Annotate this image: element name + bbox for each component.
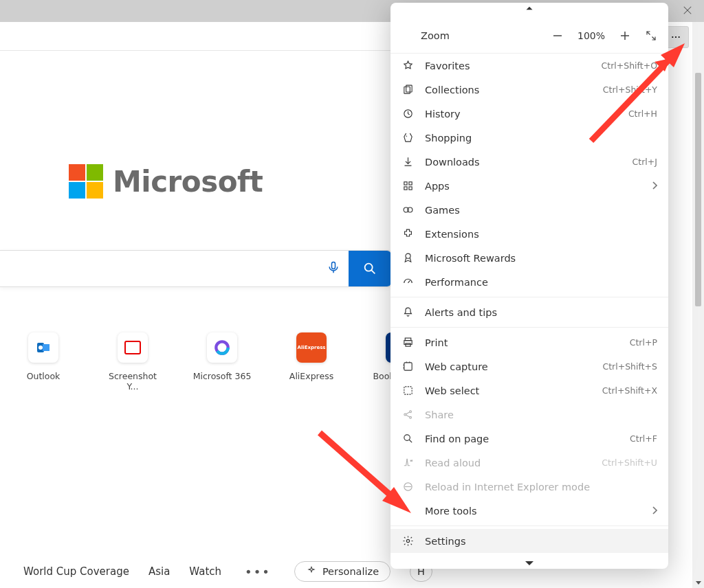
mic-icon[interactable] xyxy=(327,259,340,278)
print-icon xyxy=(402,337,414,348)
svg-marker-5 xyxy=(696,581,701,585)
svg-marker-15 xyxy=(527,7,533,10)
svg-point-32 xyxy=(405,253,410,258)
svg-line-43 xyxy=(406,415,409,417)
zoom-label: Zoom xyxy=(421,30,551,41)
menu-scroll-up-icon[interactable] xyxy=(522,6,536,10)
fullscreen-button[interactable] xyxy=(645,30,657,42)
svg-point-2 xyxy=(672,36,673,38)
svg-point-46 xyxy=(410,460,411,461)
favorites-icon xyxy=(402,60,414,71)
ie-icon xyxy=(402,481,414,493)
menu-item-shortcut: Ctrl+H xyxy=(628,109,657,119)
quick-links-row: OutlookScreenshot Y...Microsoft 365AliEx… xyxy=(12,332,432,392)
zoom-in-button[interactable] xyxy=(619,30,631,42)
menu-item-alerts-and-tips[interactable]: Alerts and tips xyxy=(390,300,668,324)
menu-item-extensions[interactable]: Extensions xyxy=(390,222,668,246)
menu-item-microsoft-rewards[interactable]: Microsoft Rewards xyxy=(390,246,668,270)
menu-scroll-down-icon[interactable] xyxy=(522,561,536,566)
shopping-icon xyxy=(402,132,414,144)
svg-line-42 xyxy=(406,412,409,414)
settings-menu: Zoom 100% FavoritesCtrl+Shift+OCollectio… xyxy=(390,3,668,569)
menu-item-label: Web select xyxy=(425,385,591,396)
svg-point-48 xyxy=(406,539,409,542)
search-bar[interactable] xyxy=(0,250,392,287)
menu-item-label: Games xyxy=(425,205,657,216)
svg-rect-36 xyxy=(405,343,410,346)
news-link[interactable]: World Cup Coverage xyxy=(23,565,129,578)
quick-link-label: Outlook xyxy=(12,371,74,381)
history-icon xyxy=(402,108,414,120)
menu-item-performance[interactable]: Performance xyxy=(390,270,668,294)
svg-rect-38 xyxy=(404,387,411,394)
menu-item-label: Shopping xyxy=(425,133,657,144)
svg-marker-53 xyxy=(525,561,534,565)
svg-rect-37 xyxy=(404,363,411,370)
share-icon xyxy=(402,409,414,420)
performance-icon xyxy=(402,276,414,288)
svg-rect-28 xyxy=(404,187,406,190)
extensions-icon xyxy=(402,228,414,240)
svg-line-9 xyxy=(371,270,375,273)
menu-item-label: Microsoft Rewards xyxy=(425,253,657,264)
quick-link-outlook[interactable]: Outlook xyxy=(12,332,74,392)
menu-item-history[interactable]: HistoryCtrl+H xyxy=(390,102,668,126)
news-more[interactable]: ••• xyxy=(241,565,275,579)
quick-link-ss[interactable]: Screenshot Y... xyxy=(102,332,164,392)
scrollbar-track[interactable] xyxy=(692,22,704,588)
quick-link-ali[interactable]: AliExpressAliExpress xyxy=(280,332,342,392)
alerts-icon xyxy=(402,306,414,318)
microsoft-logo: Microsoft xyxy=(69,164,263,199)
menu-item-web-select[interactable]: Web selectCtrl+Shift+X xyxy=(390,378,668,403)
zoom-out-button[interactable] xyxy=(551,30,564,42)
svg-rect-21 xyxy=(404,87,410,93)
menu-item-label: Print xyxy=(425,337,619,348)
menu-item-reload-in-internet-explorer-mode: Reload in Internet Explorer mode xyxy=(390,475,668,499)
menu-item-label: Read aloud xyxy=(425,457,591,468)
menu-item-favorites[interactable]: FavoritesCtrl+Shift+O xyxy=(390,54,668,78)
menu-item-more-tools[interactable]: More tools xyxy=(390,499,668,523)
scroll-down-arrow[interactable] xyxy=(692,576,704,588)
news-link[interactable]: Watch xyxy=(189,565,221,578)
menu-item-label: Downloads xyxy=(425,157,622,168)
svg-rect-27 xyxy=(408,182,411,185)
svg-point-12 xyxy=(38,346,43,350)
menu-item-shortcut: Ctrl+Shift+S xyxy=(602,361,657,372)
menu-item-shortcut: Ctrl+F xyxy=(630,433,657,444)
svg-rect-22 xyxy=(406,85,412,92)
menu-item-shortcut: Ctrl+Shift+U xyxy=(602,457,657,468)
window-close-button[interactable] xyxy=(672,0,703,21)
settings-icon xyxy=(402,535,414,547)
menu-item-shortcut: Ctrl+Shift+Y xyxy=(603,84,657,95)
svg-rect-29 xyxy=(408,187,411,190)
menu-item-games[interactable]: Games xyxy=(390,198,668,222)
personalize-label: Personalize xyxy=(322,566,379,577)
svg-line-20 xyxy=(652,36,656,40)
menu-item-apps[interactable]: Apps xyxy=(390,174,668,198)
menu-item-downloads[interactable]: DownloadsCtrl+J xyxy=(390,150,668,174)
menu-item-label: Reload in Internet Explorer mode xyxy=(425,482,657,493)
menu-item-collections[interactable]: CollectionsCtrl+Shift+Y xyxy=(390,78,668,102)
menu-item-read-aloud: Read aloudCtrl+Shift+U xyxy=(390,451,668,475)
menu-item-shortcut: Ctrl+Shift+O xyxy=(602,60,657,71)
menu-item-share: Share xyxy=(390,403,668,427)
personalize-chip[interactable]: Personalize xyxy=(294,561,390,582)
svg-point-40 xyxy=(409,411,411,413)
quick-link-m365[interactable]: Microsoft 365 xyxy=(191,332,253,392)
svg-point-3 xyxy=(675,36,676,38)
chevron-right-icon xyxy=(652,506,657,517)
menu-item-shortcut: Ctrl+J xyxy=(632,157,657,167)
quick-link-label: Microsoft 365 xyxy=(191,371,253,381)
menu-item-settings[interactable]: Settings xyxy=(390,529,668,553)
rewards-icon xyxy=(402,252,414,264)
svg-line-33 xyxy=(408,280,410,283)
scrollbar-thumb[interactable] xyxy=(695,73,701,306)
news-link[interactable]: Asia xyxy=(148,565,170,578)
menu-item-find-on-page[interactable]: Find on pageCtrl+F xyxy=(390,427,668,451)
downloads-icon xyxy=(402,156,414,168)
menu-item-shopping[interactable]: Shopping xyxy=(390,126,668,150)
search-button[interactable] xyxy=(349,251,391,286)
menu-item-web-capture[interactable]: Web captureCtrl+Shift+S xyxy=(390,354,668,378)
menu-item-print[interactable]: PrintCtrl+P xyxy=(390,330,668,354)
ss-icon xyxy=(118,332,148,363)
